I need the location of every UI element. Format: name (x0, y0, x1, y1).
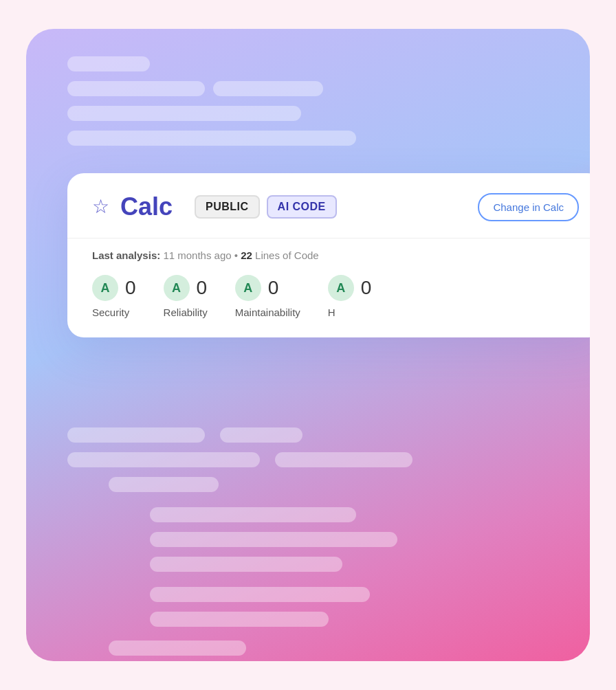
bg-line (150, 587, 370, 602)
card-top: ☆ Calc PUBLIC AI CODE Change in Calc (67, 173, 590, 238)
security-label: Security (92, 307, 129, 318)
ai-code-badge: AI CODE (267, 195, 337, 219)
maintainability-label: Maintainability (235, 307, 300, 318)
project-title: Calc (120, 192, 173, 221)
metrics-row: A 0 Security A 0 Reliability A 0 (92, 275, 579, 318)
metric-h-score-row: A 0 (328, 275, 372, 301)
bg-lines-bottom (26, 400, 590, 661)
main-card: ☆ Calc PUBLIC AI CODE Change in Calc Las… (67, 173, 590, 337)
bg-line (150, 532, 397, 547)
star-icon: ☆ (92, 197, 109, 216)
bg-line (67, 131, 356, 146)
bg-line (109, 477, 219, 492)
metric-maintainability-score-row: A 0 (235, 275, 279, 301)
lines-of-code-label: Lines of Code (255, 249, 319, 261)
reliability-label: Reliability (164, 307, 208, 318)
bg-lines-top (26, 29, 590, 194)
lines-count: 22 (241, 249, 252, 261)
bg-line (220, 427, 302, 443)
badges-row: PUBLIC AI CODE (195, 195, 337, 219)
bg-line (213, 81, 323, 96)
outer-container: ☆ Calc PUBLIC AI CODE Change in Calc Las… (26, 29, 590, 661)
metric-security-score-row: A 0 (92, 275, 136, 301)
bg-line (275, 452, 412, 467)
reliability-grade-badge: A (164, 275, 190, 301)
bg-line (150, 612, 329, 627)
reliability-score: 0 (197, 277, 208, 299)
metric-security: A 0 Security (92, 275, 136, 318)
card-meta: Last analysis: 11 months ago • 22 Lines … (67, 238, 590, 337)
metric-reliability-score-row: A 0 (164, 275, 208, 301)
bg-line (67, 56, 150, 71)
change-in-calc-button[interactable]: Change in Calc (478, 193, 579, 221)
bg-line (67, 81, 205, 96)
public-badge: PUBLIC (195, 195, 260, 219)
h-label: H (328, 307, 336, 318)
maintainability-score: 0 (268, 277, 279, 299)
last-analysis-time: 11 months ago (163, 249, 231, 261)
security-grade-badge: A (92, 275, 118, 301)
bg-line (67, 427, 205, 443)
metric-reliability: A 0 Reliability (164, 275, 208, 318)
bg-line (67, 106, 301, 121)
separator: • (234, 249, 241, 261)
last-analysis: Last analysis: 11 months ago • 22 Lines … (92, 249, 579, 261)
h-score: 0 (361, 277, 372, 299)
h-grade-badge: A (328, 275, 354, 301)
bg-line (150, 557, 342, 572)
bg-line (67, 452, 260, 467)
maintainability-grade-badge: A (235, 275, 261, 301)
last-analysis-label: Last analysis: (92, 249, 160, 261)
metric-maintainability: A 0 Maintainability (235, 275, 300, 318)
security-score: 0 (125, 277, 136, 299)
metric-h: A 0 H (328, 275, 372, 318)
bg-line (150, 507, 356, 522)
bg-line (109, 641, 246, 656)
